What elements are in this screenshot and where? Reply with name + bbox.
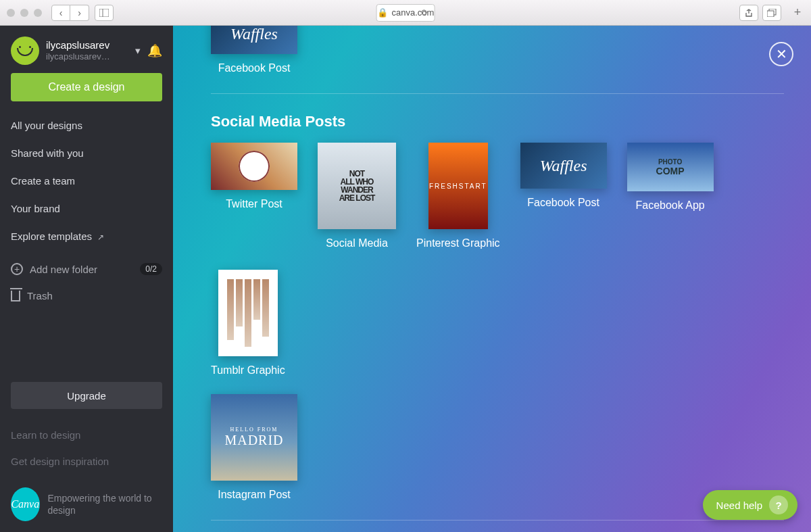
canva-logo[interactable]: Canva	[11, 487, 40, 521]
chrome-right: +	[739, 5, 804, 21]
share-icon	[745, 9, 753, 17]
template-tile[interactable]: Waffles Facebook Post	[211, 26, 297, 74]
divider	[211, 93, 784, 94]
nav-your-brand[interactable]: Your brand	[11, 197, 162, 220]
template-thumb: HELLO FROM MADRID	[211, 394, 297, 481]
template-thumb	[218, 270, 278, 356]
trash-icon	[11, 291, 20, 301]
sidebar-icon	[99, 9, 109, 17]
browser-chrome: ‹ › 🔒 canva.com ⟳ +	[0, 0, 811, 26]
template-label: Instagram Post	[218, 489, 291, 501]
sidebar-spacer	[11, 310, 162, 378]
chevron-down-icon[interactable]: ▾	[135, 45, 141, 57]
max-window-icon[interactable]	[34, 9, 42, 17]
nav-trash[interactable]: Trash	[11, 286, 162, 306]
template-picker-overlay: ✕ Waffles Facebook Post Social Media Pos…	[173, 26, 811, 532]
plus-circle-icon: +	[11, 263, 23, 275]
template-label: Facebook App	[635, 199, 704, 212]
url-bar[interactable]: 🔒 canva.com ⟳	[376, 4, 435, 22]
lock-icon: 🔒	[377, 7, 388, 18]
add-folder-label: Add new folder	[30, 264, 97, 275]
new-tab-button[interactable]: +	[791, 5, 804, 20]
template-thumb: FRESHSTART	[428, 143, 488, 229]
close-icon: ✕	[776, 46, 787, 62]
folder-count-badge: 0/2	[140, 263, 162, 275]
template-tile[interactable]: PHOTOCOMP Facebook App	[627, 143, 714, 249]
nav-group: ‹ ›	[51, 5, 89, 21]
sidebar-toggle-button[interactable]	[95, 5, 114, 21]
tile-row-partial: Waffles Facebook Post	[211, 26, 784, 74]
template-tile[interactable]: NOTALL WHOWANDERARE LOST Social Media	[318, 143, 396, 249]
template-thumb: NOTALL WHOWANDERARE LOST	[318, 143, 396, 229]
nav-explore-templates[interactable]: Explore templates	[11, 224, 162, 248]
template-tile[interactable]: HELLO FROM MADRID Instagram Post	[211, 394, 297, 501]
nav-all-designs[interactable]: All your designs	[11, 114, 162, 137]
add-folder-row[interactable]: + Add new folder 0/2	[11, 256, 162, 282]
tile-row-social-2: HELLO FROM MADRID Instagram Post	[211, 394, 784, 501]
template-thumb: Waffles	[211, 26, 297, 54]
canva-footer: Canva Empowering the world to design	[11, 487, 162, 521]
template-label: Social Media	[326, 237, 388, 249]
template-tile[interactable]: Tumblr Graphic	[211, 270, 285, 377]
user-row[interactable]: ilycapslusarev ilycapslusarev… ▾ 🔔	[11, 37, 162, 65]
svg-rect-3	[767, 11, 774, 17]
nav-shared[interactable]: Shared with you	[11, 141, 162, 165]
template-label: Facebook Post	[527, 197, 599, 209]
help-button[interactable]: Need help ?	[703, 490, 797, 520]
footer-tagline: Empowering the world to design	[48, 492, 162, 516]
window-controls[interactable]	[7, 9, 42, 17]
user-name: ilycapslusarev	[46, 39, 110, 51]
template-label: Facebook Post	[218, 62, 291, 74]
bell-icon[interactable]: 🔔	[147, 43, 162, 58]
help-icon: ?	[769, 495, 788, 514]
sidebar: ilycapslusarev ilycapslusarev… ▾ 🔔 Creat…	[0, 26, 173, 532]
template-thumb: Waffles	[520, 143, 607, 189]
nav-create-team[interactable]: Create a team	[11, 169, 162, 193]
user-names: ilycapslusarev ilycapslusarev…	[46, 39, 110, 62]
min-window-icon[interactable]	[20, 9, 28, 17]
inspire-link[interactable]: Get design inspiration	[11, 450, 162, 473]
template-tile[interactable]: Twitter Post	[211, 143, 297, 249]
section-title: Social Media Posts	[211, 113, 784, 130]
create-design-button[interactable]: Create a design	[11, 73, 162, 101]
close-button[interactable]: ✕	[769, 42, 793, 66]
divider	[211, 520, 784, 521]
upgrade-button[interactable]: Upgrade	[11, 382, 162, 409]
template-label: Tumblr Graphic	[211, 364, 285, 377]
forward-button[interactable]: ›	[70, 5, 89, 21]
app-body: ilycapslusarev ilycapslusarev… ▾ 🔔 Creat…	[0, 26, 811, 532]
trash-label: Trash	[27, 290, 53, 301]
template-label: Twitter Post	[226, 198, 282, 210]
share-button[interactable]	[739, 5, 758, 21]
template-tile[interactable]: FRESHSTART Pinterest Graphic	[416, 143, 500, 249]
template-label: Pinterest Graphic	[416, 237, 500, 249]
tabs-icon	[767, 9, 777, 17]
template-thumb	[211, 143, 297, 190]
help-label: Need help	[716, 500, 762, 511]
avatar[interactable]	[11, 37, 39, 65]
learn-link[interactable]: Learn to design	[11, 424, 162, 446]
template-thumb: PHOTOCOMP	[627, 143, 714, 191]
close-window-icon[interactable]	[7, 9, 15, 17]
svg-rect-0	[99, 9, 109, 17]
user-sub: ilycapslusarev…	[46, 51, 110, 62]
template-tile[interactable]: Waffles Facebook Post	[520, 143, 607, 249]
tabs-button[interactable]	[762, 5, 781, 21]
tile-row-social: Twitter Post NOTALL WHOWANDERARE LOST So…	[211, 143, 784, 377]
back-button[interactable]: ‹	[51, 5, 70, 21]
refresh-icon[interactable]: ⟳	[421, 7, 428, 18]
